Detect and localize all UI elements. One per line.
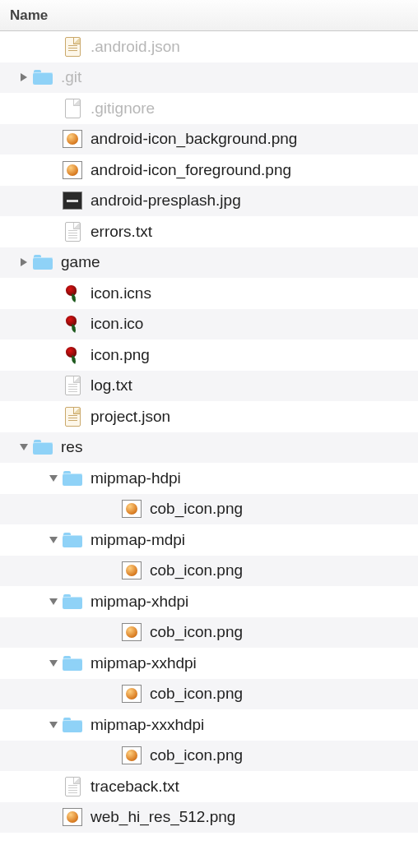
column-header-name[interactable]: Name — [0, 0, 418, 31]
tree-row[interactable]: cob_icon.png — [0, 679, 418, 710]
file-name-label: android-icon_foreground.png — [91, 161, 291, 179]
tree-row[interactable]: .git — [0, 62, 418, 94]
file-name-label: mipmap-mdpi — [91, 531, 185, 549]
tree-row[interactable]: cob_icon.png — [0, 556, 418, 587]
file-icon — [65, 99, 81, 118]
file-name-label: web_hi_res_512.png — [91, 808, 235, 826]
tree-row[interactable]: mipmap-hdpi — [0, 463, 418, 494]
row-icon-container — [63, 777, 82, 796]
file-name-label: cob_icon.png — [150, 500, 243, 518]
image-thumbnail-icon — [63, 808, 82, 826]
row-icon-container — [63, 715, 82, 735]
tree-row[interactable]: web_hi_res_512.png — [0, 802, 418, 833]
tree-row[interactable]: icon.ico — [0, 309, 418, 340]
tree-row[interactable]: traceback.txt — [0, 771, 418, 802]
image-thumbnail-icon — [122, 561, 142, 579]
disclosure-triangle-open-icon[interactable] — [48, 658, 59, 669]
file-name-label: cob_icon.png — [150, 561, 243, 579]
row-icon-container — [63, 222, 82, 242]
file-name-label: log.txt — [91, 376, 132, 395]
row-icon-container — [33, 437, 53, 457]
text-file-icon — [65, 222, 81, 242]
tree-row[interactable]: log.txt — [0, 371, 418, 402]
tree-row[interactable]: icon.png — [0, 339, 418, 371]
row-icon-container — [63, 191, 82, 210]
disclosure-triangle-open-icon[interactable] — [48, 596, 59, 607]
tree-row[interactable]: errors.txt — [0, 216, 418, 247]
row-icon-container — [122, 561, 142, 580]
row-icon-container — [63, 469, 82, 488]
file-name-label: icon.ico — [91, 315, 143, 333]
folder-icon — [63, 533, 82, 547]
file-name-label: android-icon_background.png — [91, 130, 297, 148]
image-thumbnail-icon — [122, 500, 142, 518]
tree-row[interactable]: .android.json — [0, 31, 418, 62]
file-name-label: cob_icon.png — [150, 746, 243, 764]
file-name-label: icon.icns — [91, 284, 151, 302]
tree-row[interactable]: cob_icon.png — [0, 741, 418, 772]
file-name-label: project.json — [91, 408, 170, 426]
file-name-label: cob_icon.png — [150, 623, 243, 641]
file-name-label: cob_icon.png — [150, 685, 243, 703]
column-header-label: Name — [10, 7, 48, 24]
file-name-label: mipmap-xhdpi — [91, 593, 188, 611]
file-name-label: res — [61, 438, 82, 456]
image-thumbnail-icon — [63, 192, 82, 210]
image-thumbnail-icon — [122, 623, 142, 641]
image-thumbnail-icon — [122, 685, 142, 703]
tree-row[interactable]: android-presplash.jpg — [0, 186, 418, 217]
row-icon-container — [63, 345, 82, 365]
disclosure-triangle-open-icon[interactable] — [18, 441, 30, 453]
tree-row[interactable]: mipmap-xhdpi — [0, 586, 418, 617]
disclosure-triangle-closed-icon[interactable] — [18, 72, 30, 83]
file-name-label: .gitignore — [91, 99, 155, 118]
disclosure-triangle-open-icon[interactable] — [48, 534, 59, 546]
folder-icon — [33, 440, 53, 455]
image-thumbnail-icon — [63, 161, 82, 179]
folder-icon — [63, 471, 82, 486]
file-tree: .android.json.git.gitignoreandroid-icon_… — [0, 31, 418, 833]
row-icon-container — [122, 622, 142, 642]
tree-row[interactable]: .gitignore — [0, 93, 418, 124]
tree-row[interactable]: cob_icon.png — [0, 494, 418, 525]
row-icon-container — [122, 499, 142, 519]
tree-row[interactable]: android-icon_foreground.png — [0, 155, 418, 186]
tree-row[interactable]: mipmap-xxxhdpi — [0, 709, 418, 741]
image-thumbnail-icon — [122, 746, 142, 764]
row-icon-container — [63, 376, 82, 395]
tree-row[interactable]: icon.icns — [0, 278, 418, 309]
file-name-label: .android.json — [91, 38, 180, 56]
image-thumbnail-icon — [63, 315, 81, 333]
image-thumbnail-icon — [63, 284, 81, 302]
folder-icon — [63, 594, 82, 609]
row-icon-container — [63, 314, 82, 334]
folder-icon — [33, 70, 53, 85]
row-icon-container — [63, 653, 82, 673]
json-file-icon — [65, 407, 81, 427]
row-icon-container — [63, 284, 82, 303]
row-icon-container — [63, 129, 82, 149]
row-icon-container — [33, 67, 53, 87]
folder-icon — [63, 718, 82, 732]
tree-row[interactable]: android-icon_background.png — [0, 124, 418, 155]
folder-icon — [63, 656, 82, 671]
image-thumbnail-icon — [63, 130, 82, 148]
file-name-label: traceback.txt — [91, 778, 179, 796]
tree-row[interactable]: project.json — [0, 401, 418, 432]
tree-row[interactable]: res — [0, 432, 418, 464]
text-file-icon — [65, 376, 81, 395]
file-name-label: icon.png — [91, 346, 150, 364]
folder-icon — [33, 255, 53, 270]
disclosure-triangle-closed-icon[interactable] — [18, 256, 30, 268]
tree-row[interactable]: mipmap-xxhdpi — [0, 648, 418, 679]
tree-row[interactable]: game — [0, 247, 418, 279]
file-name-label: .git — [61, 68, 81, 86]
tree-row[interactable]: mipmap-mdpi — [0, 524, 418, 556]
tree-row[interactable]: cob_icon.png — [0, 617, 418, 649]
disclosure-triangle-open-icon[interactable] — [48, 719, 59, 731]
row-icon-container — [63, 160, 82, 180]
text-file-icon — [65, 777, 81, 796]
disclosure-triangle-open-icon[interactable] — [48, 473, 59, 484]
file-name-label: mipmap-xxxhdpi — [91, 716, 204, 734]
row-icon-container — [122, 746, 142, 765]
